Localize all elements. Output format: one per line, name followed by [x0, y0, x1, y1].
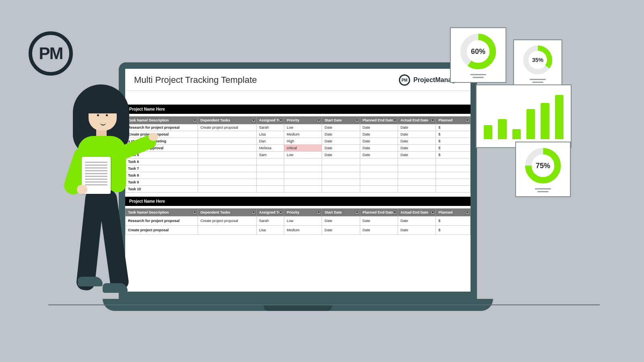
cell[interactable]: Date [398, 131, 436, 138]
cell[interactable] [398, 172, 436, 179]
table-row[interactable]: Create project proposalLisaMediumDateDat… [126, 226, 471, 235]
cell[interactable] [360, 158, 398, 165]
column-header[interactable]: Assigned To [256, 117, 284, 124]
column-header[interactable]: Planned [436, 117, 471, 124]
table-row[interactable]: Task 7 [126, 165, 471, 172]
cell[interactable] [360, 165, 398, 172]
column-header[interactable]: Actual End Date [398, 117, 436, 124]
table-row[interactable]: Task 10 [126, 186, 471, 193]
cell[interactable] [360, 172, 398, 179]
cell[interactable]: $ [436, 152, 471, 158]
cell[interactable]: Date [322, 124, 360, 131]
cell[interactable]: High [284, 138, 322, 145]
cell[interactable]: Date [322, 152, 360, 158]
cell[interactable] [256, 186, 284, 193]
cell[interactable] [198, 179, 256, 186]
cell[interactable] [436, 165, 471, 172]
filter-dropdown-icon[interactable] [465, 118, 469, 122]
cell[interactable]: Date [322, 138, 360, 145]
cell[interactable] [322, 179, 360, 186]
filter-dropdown-icon[interactable] [252, 118, 256, 122]
cell[interactable] [284, 165, 322, 172]
cell[interactable]: Low [284, 152, 322, 158]
cell[interactable] [284, 186, 322, 193]
table-row[interactable]: Task 9 [126, 179, 471, 186]
cell[interactable] [198, 186, 256, 193]
cell[interactable] [256, 179, 284, 186]
cell[interactable] [256, 172, 284, 179]
cell[interactable]: $ [436, 145, 471, 152]
cell[interactable] [198, 152, 256, 158]
cell[interactable]: Sam [256, 152, 284, 158]
cell[interactable]: Sarah [256, 216, 284, 226]
filter-dropdown-icon[interactable] [279, 118, 283, 122]
cell[interactable]: Date [398, 226, 436, 235]
cell[interactable]: Date [322, 145, 360, 152]
filter-dropdown-icon[interactable] [431, 118, 435, 122]
column-header[interactable]: Assigned To [256, 209, 284, 216]
cell[interactable]: $ [436, 124, 471, 131]
column-header[interactable]: Dependent Tasks [198, 117, 256, 124]
cell[interactable]: Medium [284, 131, 322, 138]
cell[interactable]: Medium [284, 226, 322, 235]
cell[interactable] [436, 179, 471, 186]
cell[interactable]: $ [436, 138, 471, 145]
cell[interactable]: $ [436, 226, 471, 235]
cell[interactable]: Date [322, 226, 360, 235]
cell[interactable] [398, 179, 436, 186]
cell[interactable]: Date [360, 216, 398, 226]
cell[interactable] [284, 172, 322, 179]
table-row[interactable]: a stakeholder meetingDanHighDateDateDate… [126, 138, 471, 145]
cell[interactable]: Melissa [256, 145, 284, 152]
cell[interactable]: Date [360, 226, 398, 235]
table-row[interactable]: Task 5SamLowDateDateDate$ [126, 152, 471, 158]
cell[interactable]: Date [322, 216, 360, 226]
table-row[interactable]: Research for project proposalCreate proj… [126, 124, 471, 131]
cell[interactable] [322, 186, 360, 193]
cell[interactable] [398, 165, 436, 172]
cell[interactable]: Date [398, 145, 436, 152]
filter-dropdown-icon[interactable] [393, 210, 397, 214]
column-header[interactable]: Dependent Tasks [198, 209, 256, 216]
cell[interactable] [322, 165, 360, 172]
cell[interactable] [198, 131, 256, 138]
cell[interactable]: Date [398, 152, 436, 158]
cell[interactable]: Date [322, 131, 360, 138]
cell[interactable] [198, 165, 256, 172]
cell[interactable]: Create project proposal [198, 216, 256, 226]
filter-dropdown-icon[interactable] [355, 210, 359, 214]
cell[interactable]: Date [398, 216, 436, 226]
table-row[interactable]: Create project proposalLisaMediumDateDat… [126, 131, 471, 138]
table-row[interactable]: Task 8 [126, 172, 471, 179]
cell[interactable]: Lisa [256, 226, 284, 235]
cell[interactable]: critical [284, 145, 322, 152]
cell[interactable]: Date [398, 124, 436, 131]
cell[interactable]: Low [284, 124, 322, 131]
cell[interactable]: Lisa [256, 131, 284, 138]
filter-dropdown-icon[interactable] [317, 210, 321, 214]
filter-dropdown-icon[interactable] [193, 210, 197, 214]
cell[interactable] [256, 165, 284, 172]
cell[interactable] [360, 179, 398, 186]
table-row[interactable]: Get C-suite approvalMelissacriticalDateD… [126, 145, 471, 152]
cell[interactable]: Date [360, 131, 398, 138]
cell[interactable] [398, 158, 436, 165]
cell[interactable]: Date [360, 124, 398, 131]
cell[interactable]: Date [360, 152, 398, 158]
cell[interactable]: $ [436, 216, 471, 226]
filter-dropdown-icon[interactable] [252, 210, 256, 214]
cell[interactable]: Date [360, 138, 398, 145]
filter-dropdown-icon[interactable] [317, 118, 321, 122]
cell[interactable] [198, 158, 256, 165]
column-header[interactable]: Planned End Date [360, 209, 398, 216]
cell[interactable]: $ [436, 131, 471, 138]
table-row[interactable]: Research for project proposalCreate proj… [126, 216, 471, 226]
column-header[interactable]: Planned [436, 209, 471, 216]
filter-dropdown-icon[interactable] [279, 210, 283, 214]
filter-dropdown-icon[interactable] [355, 118, 359, 122]
filter-dropdown-icon[interactable] [393, 118, 397, 122]
cell[interactable] [398, 186, 436, 193]
cell[interactable] [436, 186, 471, 193]
column-header[interactable]: Actual End Date [398, 209, 436, 216]
cell[interactable] [284, 158, 322, 165]
